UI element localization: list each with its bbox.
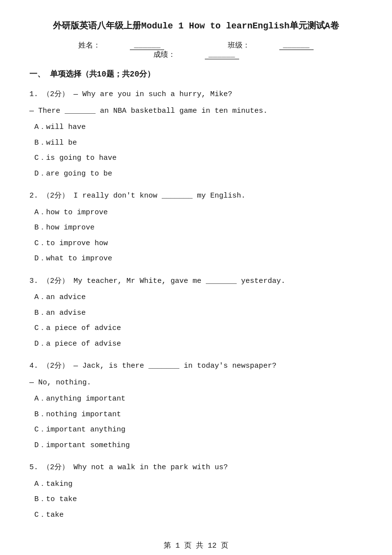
- class-label: 班级：______: [213, 42, 328, 50]
- question-5-optA: A．taking: [29, 478, 363, 491]
- question-1-sub: — There _______ an NBA basketball game i…: [29, 105, 363, 118]
- header-row: 姓名：______ 班级：______ 成绩：______: [29, 41, 363, 59]
- section1: 一、 单项选择（共10题；共20分） 1. （2分） — Why are you…: [29, 69, 363, 521]
- page-title: 外研版英语八年级上册Module 1 How to learnEnglish单元…: [29, 20, 363, 33]
- question-3-optC: C．a piece of advice: [29, 322, 363, 335]
- question-5-optC: C．take: [29, 509, 363, 522]
- question-2-optA: A．how to improve: [29, 206, 363, 219]
- question-4-optA: A．anything important: [29, 393, 363, 405]
- question-1-stem: 1. （2分） — Why are you in such a hurry, M…: [29, 88, 363, 101]
- question-3: 3. （2分） My teacher, Mr White, gave me __…: [29, 275, 363, 351]
- question-4: 4. （2分） — Jack, is there _______ in toda…: [29, 360, 363, 452]
- question-3-optB: B．an advise: [29, 307, 363, 320]
- question-1: 1. （2分） — Why are you in such a hurry, M…: [29, 88, 363, 180]
- question-2: 2. （2分） I really don't know _______ my E…: [29, 190, 363, 265]
- question-1-optB: B．will be: [29, 137, 363, 150]
- question-1-optC: C．is going to have: [29, 152, 363, 165]
- question-4-optB: B．nothing important: [29, 408, 363, 421]
- question-5-stem: 5. （2分） Why not a walk in the park with …: [29, 461, 363, 474]
- question-4-optD: D．important something: [29, 439, 363, 452]
- question-5-optB: B．to take: [29, 493, 363, 506]
- question-5: 5. （2分） Why not a walk in the park with …: [29, 461, 363, 521]
- question-2-optC: C．to improve how: [29, 237, 363, 250]
- section1-title: 一、 单项选择（共10题；共20分）: [29, 69, 363, 79]
- question-4-sub: — No, nothing.: [29, 377, 363, 389]
- question-3-stem: 3. （2分） My teacher, Mr White, gave me __…: [29, 275, 363, 288]
- score-label: 成绩：______: [139, 51, 254, 59]
- question-1-optA: A．will have: [29, 121, 363, 134]
- question-2-stem: 2. （2分） I really don't know _______ my E…: [29, 190, 363, 202]
- question-2-optB: B．how improve: [29, 222, 363, 234]
- question-4-optC: C．important anything: [29, 424, 363, 436]
- page-footer: 第 1 页 共 12 页: [29, 541, 363, 550]
- question-1-optD: D．are going to be: [29, 168, 363, 180]
- question-4-stem: 4. （2分） — Jack, is there _______ in toda…: [29, 360, 363, 373]
- question-3-optD: D．a piece of advise: [29, 338, 363, 351]
- name-label: 姓名：______: [64, 42, 183, 50]
- question-3-optA: A．an advice: [29, 291, 363, 304]
- question-2-optD: D．what to improve: [29, 252, 363, 265]
